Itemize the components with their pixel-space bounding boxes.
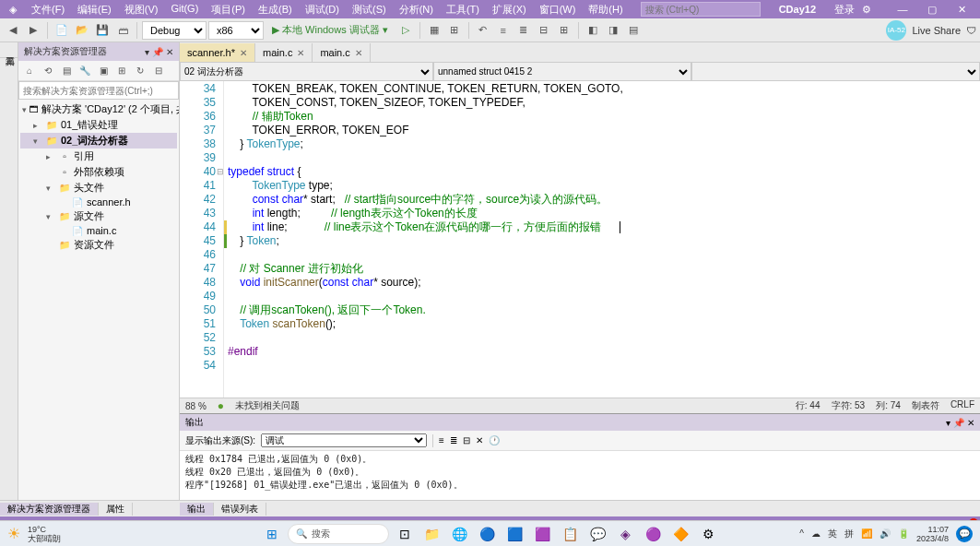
- run-debug-button[interactable]: ▶ 本地 Windows 调试器 ▾: [266, 21, 395, 40]
- menu-文件(F)[interactable]: 文件(F): [26, 1, 70, 18]
- nav-fwd-icon[interactable]: ▶: [24, 21, 42, 40]
- editor-tab[interactable]: main.c✕: [255, 43, 313, 62]
- output-text[interactable]: 线程 0x1784 已退出,返回值为 0 (0x0)。线程 0x20 已退出，返…: [180, 451, 980, 500]
- tree-node[interactable]: ▾📁02_词法分析器: [20, 133, 177, 148]
- menu-窗口(W)[interactable]: 窗口(W): [534, 1, 582, 18]
- tray-battery-icon[interactable]: 🔋: [898, 528, 909, 539]
- nav-scope-select[interactable]: 02 词法分析器: [180, 63, 433, 81]
- app2-icon[interactable]: 🟪: [531, 522, 555, 546]
- close-button[interactable]: ✕: [949, 1, 974, 18]
- live-share-button[interactable]: Live Share: [912, 25, 961, 36]
- tb-icon-1[interactable]: ▦: [425, 21, 443, 40]
- taskbar-clock[interactable]: 11:07 2023/4/8: [916, 525, 949, 543]
- tb-icon-2[interactable]: ⊞: [445, 21, 464, 40]
- start-button[interactable]: ⊞: [260, 522, 284, 546]
- tree-node[interactable]: ▸📁01_错误处理: [20, 117, 177, 133]
- menu-分析(N)[interactable]: 分析(N): [394, 1, 439, 18]
- tray-ime1[interactable]: 英: [828, 528, 837, 540]
- btab-error-list[interactable]: 错误列表: [214, 503, 266, 516]
- tab-close-icon[interactable]: ✕: [297, 48, 304, 58]
- app4-icon[interactable]: 💬: [586, 522, 610, 546]
- zoom-level[interactable]: 88 %: [185, 401, 207, 411]
- minimize-button[interactable]: —: [890, 1, 915, 18]
- maximize-button[interactable]: ▢: [919, 1, 945, 18]
- user-avatar[interactable]: IA-52: [886, 20, 906, 41]
- mb4-icon[interactable]: 🔧: [77, 63, 93, 79]
- app6-icon[interactable]: 🔶: [669, 522, 693, 546]
- output-pin2-icon[interactable]: 📌: [953, 418, 964, 428]
- op-btn2-icon[interactable]: ≣: [450, 435, 457, 445]
- menu-扩展(X)[interactable]: 扩展(X): [487, 1, 532, 18]
- tray-cloud-icon[interactable]: ☁: [811, 528, 821, 539]
- mb8-icon[interactable]: ⊟: [150, 63, 167, 79]
- mb5-icon[interactable]: ▣: [95, 63, 112, 79]
- config-select[interactable]: Debug: [142, 21, 207, 40]
- code-editor[interactable]: 3435363738394041424344454647484950515253…: [180, 81, 980, 398]
- weather-widget[interactable]: 19°C 大部晴朗: [28, 525, 61, 543]
- tab-close-icon[interactable]: ✕: [355, 48, 362, 58]
- btab-properties[interactable]: 属性: [99, 503, 133, 516]
- menu-项目(P)[interactable]: 项目(P): [206, 1, 251, 18]
- output-pin-icon[interactable]: ▾: [946, 418, 950, 428]
- app1-icon[interactable]: 🟦: [503, 522, 527, 546]
- mb3-icon[interactable]: ▤: [58, 63, 75, 79]
- run-nodebug-icon[interactable]: ▷: [396, 21, 415, 40]
- op-btn5-icon[interactable]: 🕐: [489, 435, 500, 445]
- tree-node[interactable]: 📄scanner.h: [20, 196, 177, 208]
- editor-tab[interactable]: scanner.h*✕: [180, 43, 255, 62]
- tb-icon-5[interactable]: ≣: [514, 21, 533, 40]
- tb-icon-7[interactable]: ⊞: [555, 21, 573, 40]
- explorer-icon[interactable]: 📁: [420, 522, 444, 546]
- toolbox-tab[interactable]: 工具箱: [0, 42, 18, 58]
- admin-icon[interactable]: 🛡: [966, 25, 976, 36]
- pin-icon[interactable]: ▾: [145, 47, 149, 57]
- editor-tab[interactable]: main.c✕: [313, 43, 370, 62]
- btab-output[interactable]: 输出: [180, 503, 214, 516]
- title-search-input[interactable]: [641, 2, 761, 17]
- menu-Git(G)[interactable]: Git(G): [165, 1, 204, 18]
- tree-node[interactable]: ▫外部依赖项: [20, 164, 177, 180]
- op-btn3-icon[interactable]: ⊟: [463, 435, 470, 445]
- tab-close-icon[interactable]: ✕: [240, 48, 247, 58]
- menu-编辑(E)[interactable]: 编辑(E): [72, 1, 117, 18]
- menu-帮助(H)[interactable]: 帮助(H): [583, 1, 628, 18]
- tray-volume-icon[interactable]: 🔊: [880, 528, 891, 539]
- tb-icon-6[interactable]: ⊟: [535, 21, 553, 40]
- save-icon[interactable]: 💾: [93, 21, 112, 40]
- tb-icon-8[interactable]: ◧: [584, 21, 602, 40]
- home-icon[interactable]: ⌂: [21, 63, 38, 79]
- nav-type-select[interactable]: unnamed struct 0415 2: [433, 63, 691, 81]
- chrome-icon[interactable]: 🔵: [476, 522, 500, 546]
- save-all-icon[interactable]: 🗃: [113, 21, 132, 40]
- explorer-search-input[interactable]: [18, 81, 179, 100]
- mb6-icon[interactable]: ⊞: [113, 63, 130, 79]
- tree-node[interactable]: 📁资源文件: [20, 237, 177, 253]
- tree-node[interactable]: 📄main.c: [20, 224, 177, 237]
- tb-icon-4[interactable]: ≡: [494, 21, 513, 40]
- tree-node[interactable]: ▸▫引用: [20, 148, 177, 164]
- tb-icon-3[interactable]: ↶: [474, 21, 492, 40]
- tree-node[interactable]: ▾📁源文件: [20, 208, 177, 224]
- platform-select[interactable]: x86: [208, 21, 264, 40]
- output-source-select[interactable]: 调试: [261, 433, 427, 447]
- menu-生成(B)[interactable]: 生成(B): [253, 1, 298, 18]
- tb-icon-10[interactable]: ▤: [624, 21, 643, 40]
- pin2-icon[interactable]: 📌: [152, 47, 163, 57]
- weather-icon[interactable]: ☀: [7, 525, 20, 542]
- op-btn4-icon[interactable]: ✕: [476, 435, 483, 445]
- taskbar-search[interactable]: 🔍 搜索: [288, 524, 389, 544]
- menu-测试(S)[interactable]: 测试(S): [347, 1, 392, 18]
- output-close-icon[interactable]: ✕: [967, 418, 974, 428]
- edge-icon[interactable]: 🌐: [448, 522, 472, 546]
- new-icon[interactable]: 📄: [53, 21, 71, 40]
- op-btn1-icon[interactable]: ≡: [439, 435, 444, 445]
- vs-taskbar-icon[interactable]: ◈: [614, 522, 638, 546]
- tree-node[interactable]: ▾📁头文件: [20, 180, 177, 196]
- tb-icon-9[interactable]: ◨: [604, 21, 622, 40]
- app3-icon[interactable]: 📋: [559, 522, 583, 546]
- tray-chevron-icon[interactable]: ^: [799, 528, 804, 539]
- tray-ime2[interactable]: 拼: [844, 528, 854, 540]
- sync-icon[interactable]: ⟲: [40, 63, 56, 79]
- nav-member-select[interactable]: [691, 63, 980, 81]
- nav-back-icon[interactable]: ◀: [4, 21, 22, 40]
